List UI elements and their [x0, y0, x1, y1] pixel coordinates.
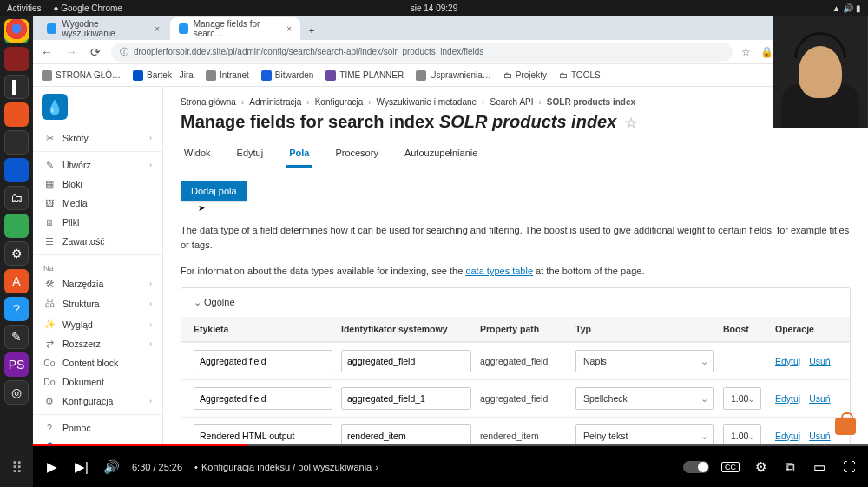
- bookmark[interactable]: Bartek - Jira: [133, 70, 194, 81]
- tab-procesory[interactable]: Procesory: [332, 141, 382, 168]
- dock-app-icon[interactable]: ✎: [4, 325, 29, 349]
- sidebar-item[interactable]: 🖼Media: [33, 194, 162, 213]
- type-select[interactable]: Pełny tekst: [575, 424, 714, 444]
- remove-link[interactable]: Usuń: [809, 356, 831, 366]
- back-button[interactable]: ←: [38, 43, 56, 61]
- dock-files-icon[interactable]: 🗂: [4, 186, 29, 210]
- dock-help-icon[interactable]: ?: [4, 297, 29, 321]
- clock: sie 14 09:29: [411, 3, 458, 13]
- theater-button[interactable]: ▭: [811, 458, 828, 476]
- admin-sidebar: 💧 ✂Skróty›✎Utwórz›▦Bloki🖼Media🗎Pliki☰Zaw…: [33, 87, 163, 444]
- sidebar-item[interactable]: CoContent block: [33, 353, 162, 372]
- autoplay-toggle[interactable]: [683, 461, 709, 473]
- breadcrumb-item[interactable]: Strona główna: [181, 97, 236, 107]
- browser-tab[interactable]: Wygodne wyszukiwanie ×: [38, 17, 168, 40]
- progress-bar[interactable]: [33, 444, 868, 446]
- bookmark-folder[interactable]: 🗀Projekty: [503, 70, 547, 80]
- field-id-input[interactable]: [341, 387, 471, 410]
- dock-apps-grid-icon[interactable]: ⠿: [4, 456, 29, 480]
- forward-button[interactable]: →: [62, 43, 80, 61]
- tab-pola[interactable]: Pola: [286, 141, 312, 168]
- breadcrumb-item[interactable]: Konfiguracja: [315, 97, 364, 107]
- edit-link[interactable]: Edytuj: [775, 431, 800, 441]
- fullscreen-button[interactable]: ⛶: [840, 458, 858, 476]
- new-tab-button[interactable]: +: [302, 21, 321, 40]
- breadcrumb-item[interactable]: Wyszukiwanie i metadane: [377, 97, 477, 107]
- site-info-icon[interactable]: ⓘ: [120, 46, 128, 58]
- remove-link[interactable]: Usuń: [809, 431, 831, 441]
- dock-app-icon[interactable]: [4, 102, 29, 127]
- bookmark-folder[interactable]: 🗀TOOLS: [559, 70, 601, 80]
- breadcrumb-item[interactable]: Search API: [490, 97, 533, 107]
- primary-tabs: WidokEdytujPolaProcesoryAutouzupełnianie: [181, 141, 851, 168]
- tab-edytuj[interactable]: Edytuj: [233, 141, 267, 168]
- bookmark[interactable]: Intranet: [206, 70, 249, 81]
- chrome-indicator[interactable]: ● Google Chrome: [53, 3, 122, 13]
- dock-software-icon[interactable]: A: [4, 269, 29, 293]
- field-label-input[interactable]: [194, 387, 332, 410]
- data-types-link[interactable]: data types table: [465, 266, 533, 276]
- dock-obs-icon[interactable]: ◎: [4, 380, 29, 405]
- sidebar-item[interactable]: ⚙Konfiguracja›: [33, 392, 162, 411]
- sidebar-item[interactable]: 👤admin: [33, 438, 162, 444]
- remove-link[interactable]: Usuń: [809, 393, 831, 404]
- chapter-title[interactable]: • Konfiguracja indeksu / pól wyszukiwani…: [194, 462, 378, 472]
- boost-select[interactable]: 1.00: [723, 387, 761, 410]
- close-icon[interactable]: ×: [286, 24, 292, 34]
- dock-terminal-icon[interactable]: ▌: [4, 75, 29, 99]
- field-id-input[interactable]: [341, 424, 471, 444]
- sidebar-item[interactable]: ?Pomoc: [33, 418, 162, 438]
- edit-link[interactable]: Edytuj: [775, 393, 800, 404]
- play-button[interactable]: ▶: [43, 458, 61, 476]
- type-select[interactable]: Spellcheck: [575, 387, 714, 410]
- field-id-input[interactable]: [341, 350, 471, 372]
- close-icon[interactable]: ×: [155, 24, 160, 34]
- activities-label[interactable]: Activities: [7, 3, 41, 13]
- dock-app-icon[interactable]: [4, 130, 29, 155]
- reload-button[interactable]: ⟳: [87, 43, 104, 61]
- settings-button[interactable]: ⚙: [752, 458, 769, 476]
- captions-button[interactable]: CC: [721, 462, 740, 472]
- sidebar-item[interactable]: ▦Bloki: [33, 174, 162, 194]
- sidebar-item[interactable]: ✎Utwórz›: [33, 155, 162, 174]
- bookmark[interactable]: Bitwarden: [261, 70, 313, 81]
- field-label-input[interactable]: [194, 350, 332, 372]
- edit-link[interactable]: Edytuj: [775, 356, 800, 366]
- sidebar-item[interactable]: ⇄Rozszerz›: [33, 334, 162, 353]
- dock-app-icon[interactable]: [4, 158, 29, 182]
- dock-app-icon[interactable]: [4, 47, 29, 71]
- dock-app-icon[interactable]: ⚙: [4, 241, 29, 266]
- sidebar-item[interactable]: ✨Wygląd›: [33, 314, 162, 334]
- favorite-star-icon[interactable]: ☆: [625, 115, 637, 130]
- sidebar-item[interactable]: DoDokument: [33, 372, 162, 392]
- address-bar[interactable]: ⓘ drooplerforsolr.ddev.site/pl/admin/con…: [111, 43, 733, 62]
- type-select[interactable]: Napis: [575, 350, 714, 372]
- star-icon[interactable]: ☆: [740, 45, 753, 59]
- bookmark[interactable]: Usprawnienia…: [416, 70, 491, 81]
- bookmark[interactable]: TIME PLANNER: [326, 70, 404, 81]
- dock-chrome-icon[interactable]: [4, 19, 29, 43]
- sidebar-item[interactable]: 🛠Narzędzia›: [33, 274, 162, 293]
- next-button[interactable]: ▶|: [73, 458, 90, 476]
- dock-phpstorm-icon[interactable]: PS: [4, 352, 29, 377]
- field-label-input[interactable]: [194, 424, 332, 444]
- promo-tv-icon[interactable]: [835, 418, 856, 435]
- tab-autouzupełnianie[interactable]: Autouzupełnianie: [401, 141, 481, 168]
- breadcrumb-item[interactable]: Administracja: [249, 97, 301, 107]
- tab-widok[interactable]: Widok: [181, 141, 214, 168]
- dock-app-icon[interactable]: [4, 214, 29, 238]
- sidebar-item[interactable]: ✂Skróty›: [33, 128, 162, 148]
- miniplayer-button[interactable]: ⧉: [781, 458, 799, 476]
- sidebar-icon: ?: [43, 423, 56, 433]
- tray-icons[interactable]: ▲ 🔊 ▮: [832, 3, 861, 13]
- browser-tab-active[interactable]: Manage fields for searc… ×: [170, 17, 300, 40]
- drupal-logo-icon[interactable]: 💧: [42, 94, 68, 120]
- sidebar-item[interactable]: 🗎Pliki: [33, 213, 162, 232]
- bookmark[interactable]: STRONA GŁÓ…: [42, 70, 121, 81]
- sidebar-item[interactable]: 品Struktura›: [33, 293, 162, 314]
- boost-select[interactable]: 1.00: [723, 424, 761, 444]
- volume-button[interactable]: 🔊: [102, 458, 120, 476]
- add-fields-button[interactable]: Dodaj pola: [181, 181, 247, 201]
- fieldset-toggle[interactable]: Ogólne: [181, 288, 850, 317]
- sidebar-item[interactable]: ☰Zawartość: [33, 232, 162, 251]
